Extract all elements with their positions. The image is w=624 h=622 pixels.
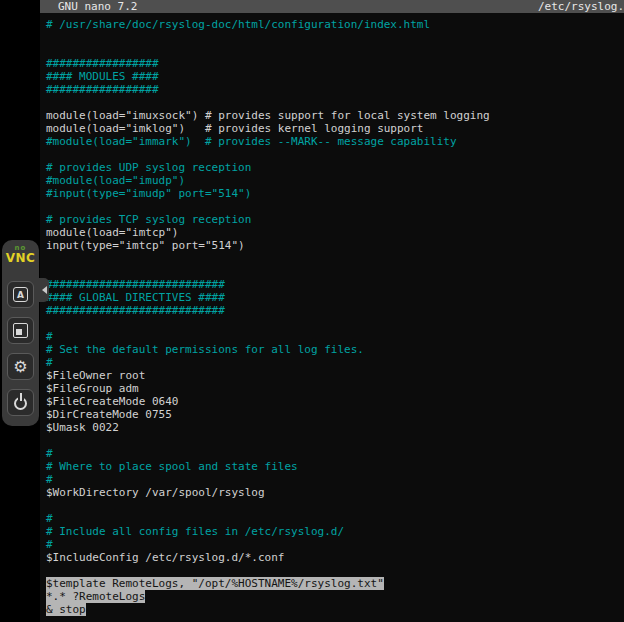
editor-line: #: [46, 447, 624, 460]
editor-line: $FileCreateMode 0640: [46, 395, 624, 408]
editor-line: module(load="imklog") # provides kernel …: [46, 122, 624, 135]
editor-line: # Set the default permissions for all lo…: [46, 343, 624, 356]
editor-line: $template RemoteLogs, "/opt/%HOSTNAME%/r…: [46, 577, 624, 590]
editor-line: $DirCreateMode 0755: [46, 408, 624, 421]
editor-line: #################: [46, 83, 624, 96]
editor-line: [46, 148, 624, 161]
editor-line: #module(load="imudp"): [46, 174, 624, 187]
fullscreen-icon: [13, 323, 28, 338]
editor-line: #### GLOBAL DIRECTIVES ####: [46, 291, 624, 304]
editor-line: & stop: [46, 603, 624, 616]
editor-line: # provides UDP syslog reception: [46, 161, 624, 174]
editor-line: module(load="imuxsock") # provides suppo…: [46, 109, 624, 122]
editor-line: #: [46, 538, 624, 551]
editor-line: [46, 499, 624, 512]
editor-line: #: [46, 330, 624, 343]
editor-line: # provides TCP syslog reception: [46, 213, 624, 226]
editor-line: module(load="imtcp"): [46, 226, 624, 239]
terminal-window[interactable]: GNU nano 7.2 /etc/rsyslog. # /usr/share/…: [40, 0, 624, 622]
editor-line: input(type="imtcp" port="514"): [46, 239, 624, 252]
gear-icon: ⚙: [13, 359, 27, 375]
editor-line: # /usr/share/doc/rsyslog-doc/html/config…: [46, 18, 624, 31]
editor-line: [46, 434, 624, 447]
editor-line: # Where to place spool and state files: [46, 460, 624, 473]
editor-line: [46, 200, 624, 213]
vnc-sidebar: no VNC A ⚙: [0, 0, 40, 622]
editor-line: $WorkDirectory /var/spool/rsyslog: [46, 486, 624, 499]
editor-line: #: [46, 512, 624, 525]
editor-line: [46, 317, 624, 330]
editor-line: $Umask 0022: [46, 421, 624, 434]
novnc-logo-bottom: VNC: [6, 252, 36, 264]
settings-button[interactable]: ⚙: [7, 353, 34, 380]
editor-line: #module(load="immark") # provides --MARK…: [46, 135, 624, 148]
clipboard-icon: A: [13, 287, 28, 302]
editor-line: [46, 31, 624, 44]
editor-line: [46, 96, 624, 109]
nano-titlebar: GNU nano 7.2 /etc/rsyslog.: [40, 0, 624, 13]
editor-content[interactable]: # /usr/share/doc/rsyslog-doc/html/config…: [40, 13, 624, 616]
editor-line: #input(type="imudp" port="514"): [46, 187, 624, 200]
editor-line: [46, 44, 624, 57]
novnc-logo: no VNC: [6, 245, 36, 264]
power-button[interactable]: [7, 389, 34, 416]
chevron-left-icon: [42, 286, 47, 294]
nano-version-label: GNU nano 7.2: [58, 0, 137, 13]
editor-line: $FileOwner root: [46, 369, 624, 382]
editor-line: #### MODULES ####: [46, 70, 624, 83]
power-icon: [14, 397, 27, 410]
editor-line: ###########################: [46, 304, 624, 317]
fullscreen-button[interactable]: [7, 317, 34, 344]
vnc-desktop: no VNC A ⚙ GNU nano 7.2 /etc/rsyslog.: [0, 0, 624, 622]
editor-line: ###########################: [46, 278, 624, 291]
editor-line: [46, 252, 624, 265]
editor-line: [46, 564, 624, 577]
editor-line: #: [46, 356, 624, 369]
panel-collapse-handle[interactable]: [39, 278, 49, 302]
vnc-control-panel: no VNC A ⚙: [2, 240, 39, 426]
editor-line: # Include all config files in /etc/rsysl…: [46, 525, 624, 538]
clipboard-button[interactable]: A: [7, 281, 34, 308]
editor-line: $FileGroup adm: [46, 382, 624, 395]
editor-line: $IncludeConfig /etc/rsyslog.d/*.conf: [46, 551, 624, 564]
editor-line: *.* ?RemoteLogs: [46, 590, 624, 603]
editor-line: #: [46, 473, 624, 486]
editor-line: [46, 265, 624, 278]
editor-line: #################: [46, 57, 624, 70]
nano-filename-label: /etc/rsyslog.: [538, 0, 624, 13]
